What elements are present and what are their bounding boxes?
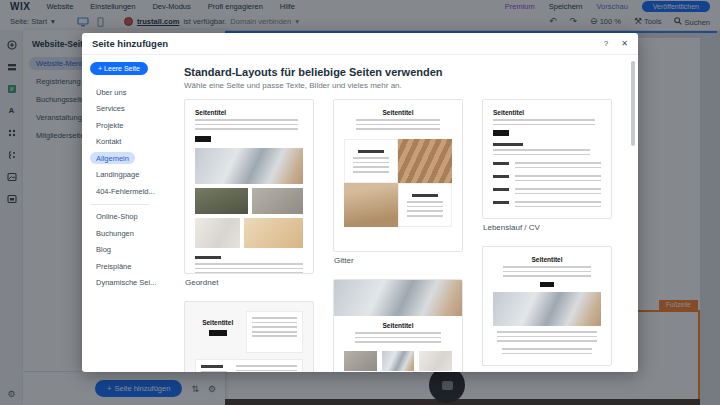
placeholder-text bbox=[493, 119, 595, 127]
template-image bbox=[244, 218, 303, 248]
placeholder-text bbox=[356, 119, 440, 132]
dialog-category-sidebar: + Leere Seite Über uns Services Projekte… bbox=[82, 55, 156, 372]
category-buchungen[interactable]: Buchungen bbox=[90, 227, 140, 239]
category-allgemein[interactable]: Allgemein bbox=[90, 152, 135, 164]
placeholder-text bbox=[252, 317, 297, 339]
template-image bbox=[398, 139, 452, 183]
cv-entry-label bbox=[493, 201, 509, 204]
templates-heading: Standard-Layouts für beliebige Seiten ve… bbox=[184, 66, 443, 78]
templates-pane: Standard-Layouts für beliebige Seiten ve… bbox=[156, 55, 638, 372]
placeholder-text bbox=[497, 331, 596, 344]
category-dynamische-seiten[interactable]: Dynamische Sei... bbox=[90, 277, 162, 289]
placeholder-text bbox=[515, 201, 601, 209]
template-label-standard: Standard bbox=[483, 370, 611, 372]
placeholder-text bbox=[201, 371, 227, 373]
templates-grid: Seitentitel bbox=[184, 99, 612, 372]
blank-page-button[interactable]: + Leere Seite bbox=[90, 62, 148, 75]
template-button-placeholder bbox=[195, 136, 211, 142]
template-card-informativ[interactable]: Seitentitel bbox=[184, 301, 314, 372]
placeholder-text bbox=[355, 332, 441, 345]
category-404[interactable]: 404-Fehlermeld... bbox=[90, 186, 161, 198]
template-page-title: Seitentitel bbox=[493, 256, 601, 263]
cv-entry-label bbox=[493, 188, 509, 191]
section-title-placeholder bbox=[201, 365, 223, 368]
template-image bbox=[344, 351, 377, 371]
template-image bbox=[195, 188, 248, 214]
category-ueber-uns[interactable]: Über uns bbox=[90, 86, 132, 98]
template-card-bildbanner[interactable]: Seitentitel bbox=[333, 279, 463, 372]
blank-page-label: Leere Seite bbox=[104, 65, 140, 72]
category-services[interactable]: Services bbox=[90, 103, 131, 115]
cv-entry-label bbox=[493, 175, 509, 178]
section-title-placeholder bbox=[358, 150, 384, 153]
category-landingpage[interactable]: Landingpage bbox=[90, 169, 145, 181]
placeholder-text bbox=[195, 263, 303, 275]
template-image bbox=[419, 351, 452, 371]
template-image bbox=[382, 351, 415, 371]
scrollbar-thumb[interactable] bbox=[631, 61, 635, 146]
template-label-lebenslauf: Lebenslauf / CV bbox=[483, 223, 611, 232]
plus-icon: + bbox=[98, 65, 102, 72]
template-page-title: Seitentitel bbox=[344, 322, 452, 329]
cv-entry-label bbox=[493, 162, 509, 165]
template-label-gitter: Gitter bbox=[334, 256, 462, 265]
add-page-dialog: Seite hinzufügen ? ✕ + Leere Seite Über … bbox=[82, 33, 638, 372]
template-page-title: Seitentitel bbox=[493, 109, 601, 116]
template-image bbox=[344, 183, 398, 227]
template-page-title: Seitentitel bbox=[344, 109, 452, 116]
placeholder-text bbox=[195, 119, 298, 132]
template-card-geordnet[interactable]: Seitentitel bbox=[184, 99, 314, 274]
close-icon[interactable]: ✕ bbox=[621, 39, 628, 48]
template-image bbox=[195, 148, 303, 184]
dialog-title: Seite hinzufügen bbox=[92, 38, 168, 49]
placeholder-text bbox=[236, 365, 297, 372]
template-page-title: Seitentitel bbox=[195, 319, 240, 326]
placeholder-text bbox=[515, 175, 601, 183]
template-page-title: Seitentitel bbox=[195, 109, 303, 116]
help-icon[interactable]: ? bbox=[604, 39, 608, 48]
category-preisplaene[interactable]: Preispläne bbox=[90, 260, 137, 272]
category-online-shop[interactable]: Online-Shop bbox=[90, 211, 144, 223]
wix-editor-window: WIX Website Einstellungen Dev-Modus Prof… bbox=[0, 0, 720, 405]
placeholder-text bbox=[515, 162, 601, 170]
template-image bbox=[195, 218, 240, 248]
section-title-placeholder bbox=[493, 143, 523, 146]
category-kontakt[interactable]: Kontakt bbox=[90, 136, 127, 148]
placeholder-text bbox=[515, 188, 601, 196]
template-button-placeholder bbox=[209, 330, 227, 336]
template-card-standard[interactable]: Seitentitel bbox=[482, 246, 612, 366]
template-image bbox=[334, 280, 462, 316]
category-divider bbox=[90, 204, 150, 205]
template-label-geordnet: Geordnet bbox=[185, 278, 313, 287]
template-button-placeholder bbox=[493, 130, 509, 136]
section-title-placeholder bbox=[412, 194, 438, 197]
placeholder-text bbox=[502, 348, 593, 356]
placeholder-text bbox=[503, 266, 592, 279]
template-card-lebenslauf[interactable]: Seitentitel bbox=[482, 99, 612, 219]
placeholder-text bbox=[353, 157, 389, 174]
section-title-placeholder bbox=[195, 256, 221, 259]
template-image bbox=[252, 188, 303, 214]
template-image bbox=[493, 292, 601, 326]
dialog-header: Seite hinzufügen ? ✕ bbox=[82, 33, 638, 55]
template-card-gitter[interactable]: Seitentitel bbox=[333, 99, 463, 252]
category-projekte[interactable]: Projekte bbox=[90, 119, 130, 131]
template-button-placeholder bbox=[540, 282, 554, 287]
placeholder-text bbox=[493, 149, 590, 157]
category-blog[interactable]: Blog bbox=[90, 244, 117, 256]
placeholder-text bbox=[407, 201, 443, 218]
dialog-body: + Leere Seite Über uns Services Projekte… bbox=[82, 55, 638, 372]
templates-subheading: Wähle eine Seite und passe Texte, Bilder… bbox=[184, 81, 402, 90]
